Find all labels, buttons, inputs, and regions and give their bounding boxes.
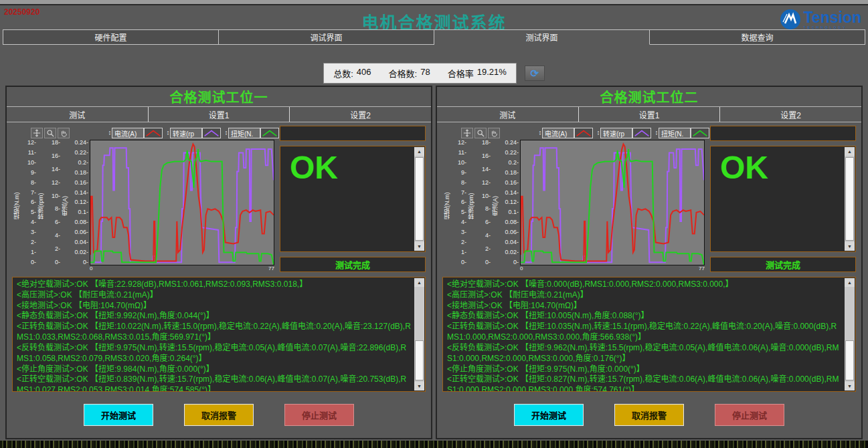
- log-line: <接地测试>:OK 【电阻:104.70(mΩ)】: [17, 301, 412, 312]
- axis-tick: 1: [461, 249, 466, 255]
- x-axis-labels: 0 77: [520, 265, 705, 272]
- barcode-input-box[interactable]: [710, 126, 856, 141]
- legend-label-button[interactable]: 转速(rp: [600, 128, 632, 138]
- result-scrollbar[interactable]: ▲ ▼: [845, 147, 855, 251]
- axis-tick: 2: [461, 239, 466, 245]
- station-tab-bar: 测试设置1设置2: [437, 107, 861, 122]
- main-tab[interactable]: 调试界面: [219, 29, 434, 45]
- brand-logo-icon: [780, 9, 800, 29]
- axis-tick: 0.08: [74, 219, 88, 225]
- action-button-row: 开始测试 取消报警 停止测试: [12, 392, 426, 438]
- axis-tick: 0.08: [505, 219, 519, 225]
- test-log-box[interactable]: <绝对空载测试>:OK 【噪音:22.928(dB),RMS1:0.061,RM…: [12, 277, 426, 392]
- log-scrollbar[interactable]: ▲ ▼: [845, 278, 855, 390]
- brand-logo: Tension TECHNOLOGY: [780, 9, 861, 29]
- axis-tick: 4: [485, 233, 491, 239]
- legend-label-button[interactable]: 扭矩(N.: [659, 128, 691, 138]
- legend-spinner-icon[interactable]: ▲▼: [225, 130, 228, 136]
- axis-tick: 8: [55, 206, 60, 212]
- scroll-thumb[interactable]: [415, 157, 424, 241]
- scroll-down-icon[interactable]: ▼: [414, 242, 424, 251]
- legend-line-sample[interactable]: [144, 128, 163, 138]
- chart-zone: ▲▼电流(A)▲▼转速(rp▲▼扭矩(N. 扭矩(N.m) 1211109876…: [442, 126, 705, 272]
- current-axis-ticks: 0.240.220.20.180.160.140.120.10.080.060.…: [499, 140, 519, 272]
- legend-label-button[interactable]: 转速(rp: [170, 128, 202, 138]
- legend-spinner-icon[interactable]: ▲▼: [655, 130, 658, 136]
- scroll-up-icon[interactable]: ▲: [414, 278, 424, 287]
- main-tab[interactable]: 测试界面: [434, 29, 650, 45]
- cancel-alarm-button[interactable]: 取消报警: [184, 404, 254, 426]
- log-line: <高压测试>:OK 【耐压电流:0.21(mA)】: [447, 290, 842, 301]
- scroll-track[interactable]: [845, 156, 855, 242]
- plot-wrap: 0 77: [520, 140, 705, 272]
- waveform-plot[interactable]: [90, 140, 274, 265]
- axis-tick: 4: [55, 233, 60, 239]
- legend-line-sample[interactable]: [260, 128, 279, 138]
- stop-test-button[interactable]: 停止测试: [284, 404, 354, 426]
- axis-tick: 8: [485, 206, 491, 212]
- x-max-label: 77: [268, 265, 274, 272]
- main-tab[interactable]: 数据查询: [650, 29, 865, 45]
- move-crosshair-icon[interactable]: [31, 128, 43, 138]
- scroll-track[interactable]: [845, 287, 855, 382]
- legend-label-button[interactable]: 电流(A): [112, 128, 144, 138]
- station-tab[interactable]: 测试: [437, 107, 579, 122]
- pan-hand-icon[interactable]: [58, 128, 70, 138]
- scroll-down-icon[interactable]: ▼: [414, 382, 424, 390]
- station-tab[interactable]: 设置1: [149, 107, 290, 122]
- action-button-row: 开始测试 取消报警 停止测试: [442, 392, 856, 438]
- move-crosshair-icon[interactable]: [461, 128, 473, 138]
- scroll-up-icon[interactable]: ▲: [414, 147, 424, 156]
- station-tab[interactable]: 测试: [7, 107, 149, 122]
- scroll-thumb[interactable]: [845, 157, 854, 241]
- station-tab[interactable]: 设置1: [579, 107, 721, 122]
- scroll-track[interactable]: [414, 156, 424, 242]
- legend-spinner-icon[interactable]: ▲▼: [167, 130, 169, 136]
- legend-line-sample[interactable]: [632, 128, 651, 138]
- cancel-alarm-button[interactable]: 取消报警: [614, 404, 684, 426]
- station-tab[interactable]: 设置2: [290, 107, 431, 122]
- zoom-magnifier-icon[interactable]: [474, 128, 487, 138]
- legend-label-button[interactable]: 扭矩(N.: [228, 128, 260, 138]
- test-log-box[interactable]: <绝对空载测试>:OK 【噪音:0.000(dB),RMS1:0.000,RMS…: [442, 277, 856, 392]
- scroll-up-icon[interactable]: ▲: [845, 147, 855, 156]
- axis-tick: 2: [485, 246, 491, 252]
- axis-tick: 12: [482, 180, 491, 186]
- result-display-box: OK ▲ ▼: [710, 146, 856, 252]
- result-scrollbar[interactable]: ▲ ▼: [414, 147, 424, 251]
- axis-tick: 3: [31, 229, 36, 235]
- legend-label-button[interactable]: 电流(A): [542, 128, 574, 138]
- station-body: ▲▼电流(A)▲▼转速(rp▲▼扭矩(N. 扭矩(N.m) 1211109876…: [437, 122, 861, 438]
- series-转速(rpm): [90, 148, 274, 262]
- zoom-magnifier-icon[interactable]: [44, 128, 56, 138]
- axis-tick: 6: [461, 199, 466, 205]
- status-box: 测试完成: [280, 257, 426, 272]
- scroll-down-icon[interactable]: ▼: [845, 382, 855, 390]
- main-tab[interactable]: 硬件配置: [3, 29, 219, 45]
- axis-tick: 14: [482, 166, 491, 173]
- stat-total-label: 总数:: [333, 67, 353, 80]
- stop-test-button[interactable]: 停止测试: [715, 404, 784, 426]
- scroll-down-icon[interactable]: ▼: [845, 242, 855, 251]
- scroll-thumb[interactable]: [415, 340, 424, 380]
- scroll-track[interactable]: [414, 287, 424, 382]
- pan-hand-icon[interactable]: [488, 128, 500, 138]
- refresh-button[interactable]: ⟳: [525, 66, 545, 81]
- torque-axis-ticks: 1211109876543210: [450, 140, 466, 272]
- log-line: <停止角度测试>:OK 【扭矩:9.984(N.m),角度:0.000(°)】: [17, 364, 412, 375]
- scroll-thumb[interactable]: [845, 340, 854, 380]
- legend-line-sample[interactable]: [202, 128, 221, 138]
- axis-tick: 0.1: [78, 209, 88, 215]
- legend-spinner-icon[interactable]: ▲▼: [597, 130, 600, 136]
- legend-line-sample[interactable]: [691, 128, 709, 138]
- start-test-button[interactable]: 开始测试: [84, 404, 153, 426]
- legend-spinner-icon[interactable]: ▲▼: [539, 130, 541, 136]
- legend-spinner-icon[interactable]: ▲▼: [108, 130, 111, 136]
- station-tab[interactable]: 设置2: [720, 107, 861, 122]
- log-scrollbar[interactable]: ▲ ▼: [414, 278, 424, 390]
- scroll-up-icon[interactable]: ▲: [845, 278, 855, 287]
- legend-line-sample[interactable]: [574, 128, 593, 138]
- start-test-button[interactable]: 开始测试: [514, 404, 584, 426]
- barcode-input-box[interactable]: [280, 126, 426, 141]
- waveform-plot[interactable]: [520, 140, 705, 265]
